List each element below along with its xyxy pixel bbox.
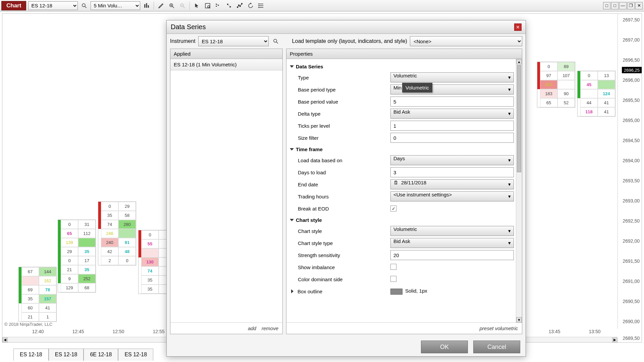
separator (154, 2, 154, 10)
add-link[interactable]: add (248, 325, 256, 331)
main-toolbar: Chart ES 12-18 5 Min Volu… □ □ — ❐ ✕ (0, 0, 644, 11)
prop-label: Ticks per level (290, 123, 390, 129)
tab-item[interactable]: ES 12-18 (49, 349, 84, 361)
volumetric-bar[interactable]: 67144 162 6978 35157 6041 211 (18, 267, 57, 322)
box-outline-value: Solid, 1px (405, 288, 427, 294)
tab-item[interactable]: 6E 12-18 (84, 349, 118, 361)
data-series-dialog: Data Series ✕ Instrument ES 12-18 Load t… (166, 20, 526, 357)
chart-style-select[interactable]: Volumetric (390, 226, 514, 236)
remove-link[interactable]: remove (262, 325, 278, 331)
volumetric-bar[interactable]: 029 3558 74280 246 24091 4248 20 (98, 201, 136, 265)
window-restore[interactable]: ❐ (627, 2, 635, 9)
prop-label: Trading hours (290, 194, 390, 199)
svg-line-6 (173, 6, 174, 8)
separator (190, 2, 190, 10)
zoom-in-icon[interactable] (167, 1, 176, 10)
prop-label: Type (290, 75, 390, 80)
search-icon[interactable] (80, 1, 89, 10)
window-sq1[interactable]: □ (603, 2, 610, 9)
end-date-picker[interactable]: 🗓28/11/2018 (390, 179, 514, 189)
trading-hours-select[interactable]: <Use instrument settings> (390, 191, 514, 201)
type-select[interactable]: Volumetric (390, 72, 514, 82)
volumetric-bar[interactable]: 013 45 124 4441 11841 (577, 71, 615, 117)
scroll-left-icon[interactable]: ◀ (2, 338, 8, 342)
section-time-frame[interactable]: Time frame (290, 144, 514, 154)
section-box-outline[interactable]: Box outline (298, 289, 322, 294)
timeframe-select[interactable]: 5 Min Volu… (91, 1, 140, 10)
break-eod-checkbox[interactable]: ✓ (390, 205, 396, 212)
data-box-icon[interactable] (203, 1, 212, 10)
y-tick: 2689,50 (623, 336, 640, 341)
dialog-title: Data Series (171, 23, 206, 31)
bars-icon[interactable] (142, 1, 151, 10)
dialog-close-button[interactable]: ✕ (514, 23, 522, 31)
ok-button[interactable]: OK (421, 341, 468, 353)
tab-item[interactable]: ES 12-18 (13, 349, 49, 361)
dialog-titlebar[interactable]: Data Series ✕ (167, 20, 526, 34)
search-icon[interactable] (271, 37, 280, 46)
y-tick: 2692,00 (623, 238, 640, 244)
scroll-right-icon[interactable]: ▶ (612, 338, 618, 342)
y-axis[interactable]: 2697,50 2697,00 2696,50 2696,25 2696,00 … (618, 14, 642, 329)
properties-panel: Properties Data Series TypeVolumetric Ba… (286, 49, 522, 334)
svg-rect-16 (216, 6, 217, 7)
load-data-select[interactable]: Days (390, 155, 514, 165)
y-tick: 2695,50 (623, 98, 640, 103)
show-imbalance-checkbox[interactable] (390, 264, 396, 270)
color-swatch[interactable] (390, 289, 402, 295)
window-close[interactable]: ✕ (635, 2, 643, 9)
strength-sensitivity-input[interactable] (390, 250, 514, 260)
indicator1-icon[interactable] (214, 1, 223, 10)
template-select[interactable]: <None> (410, 36, 522, 46)
svg-line-10 (183, 6, 185, 8)
y-tick: 2697,50 (623, 17, 640, 22)
color-dominant-checkbox[interactable] (390, 276, 396, 282)
volumetric-bar[interactable]: 089 97107 553 18390 6552 (537, 62, 575, 108)
ticks-per-level-input[interactable] (390, 121, 514, 131)
x-tick: 13:45 (548, 329, 560, 334)
chart-style-type-select[interactable]: Bid Ask (390, 238, 514, 248)
volumetric-bar[interactable]: 0 55 130 74 35 35 (138, 230, 168, 294)
scroll-up-icon[interactable]: ▲ (516, 59, 522, 64)
svg-rect-15 (216, 4, 217, 5)
section-data-series[interactable]: Data Series (290, 61, 514, 71)
volumetric-bar[interactable]: 031 65112 139 2935 017 2135 9252 12968 (58, 220, 96, 293)
applied-header: Applied (170, 49, 282, 59)
svg-line-18 (217, 4, 218, 5)
days-to-load-input[interactable] (390, 167, 514, 177)
base-period-value-input[interactable] (390, 97, 514, 107)
applied-list-item[interactable]: ES 12-18 (1 Min Volumetric) (170, 59, 282, 70)
chart-line-icon[interactable] (235, 1, 244, 10)
vertical-scrollbar[interactable]: ▲ ▼ (516, 59, 522, 322)
prop-label: Base period type (290, 87, 390, 93)
size-filter-input[interactable] (390, 133, 514, 143)
scrollbar-thumb[interactable] (517, 65, 521, 172)
y-tick: 2694,00 (623, 158, 640, 163)
y-tick: 2696,00 (623, 77, 640, 83)
delta-type-select[interactable]: Bid Ask (390, 109, 514, 119)
tab-item[interactable]: ES 12-18 (118, 349, 153, 361)
caret-right-icon[interactable] (291, 289, 296, 293)
applied-panel: Applied ES 12-18 (1 Min Volumetric) add … (170, 49, 283, 334)
svg-line-21 (228, 5, 230, 6)
cancel-button[interactable]: Cancel (473, 341, 520, 353)
properties-icon[interactable] (257, 1, 266, 10)
instrument-select[interactable]: ES 12-18 (28, 1, 78, 10)
preset-link[interactable]: preset volumetric (480, 325, 518, 331)
cursor-icon[interactable] (193, 1, 201, 10)
y-tick: 2697,00 (623, 37, 640, 43)
scroll-down-icon[interactable]: ▼ (516, 317, 522, 322)
svg-point-31 (259, 7, 259, 8)
zoom-out-icon[interactable] (178, 1, 187, 10)
window-sq2[interactable]: □ (611, 2, 619, 9)
prop-label: Size filter (290, 135, 390, 141)
window-minimize[interactable]: — (619, 2, 627, 9)
section-chart-style[interactable]: Chart style (290, 215, 514, 225)
pencil-icon[interactable] (157, 1, 165, 10)
refresh-icon[interactable] (246, 1, 255, 10)
prop-label: Chart style (290, 228, 390, 234)
y-tick: 2694,50 (623, 138, 640, 143)
dialog-instrument-select[interactable]: ES 12-18 (198, 36, 269, 46)
indicator2-icon[interactable] (225, 1, 233, 10)
template-label: Load template only (layout, indicators, … (292, 38, 407, 44)
